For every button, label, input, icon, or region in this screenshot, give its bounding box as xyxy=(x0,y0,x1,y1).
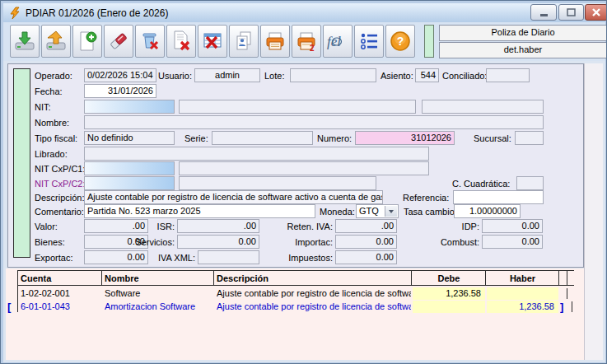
impuestos-field[interactable]: 0.00 xyxy=(335,250,397,264)
descripcion-label: Descripción: xyxy=(35,191,85,204)
print-button[interactable] xyxy=(260,25,290,58)
erase-button[interactable] xyxy=(104,25,133,58)
isr-field[interactable]: .00 xyxy=(177,219,259,233)
help-button[interactable]: ? xyxy=(385,25,415,58)
usuario-label: Usuario: xyxy=(158,69,192,82)
tasa-cambio-label: Tasa cambio: xyxy=(404,205,457,218)
svg-text:2: 2 xyxy=(310,44,315,52)
moneda-value: GTQ xyxy=(359,206,379,216)
trash-delete-icon xyxy=(139,30,161,52)
close-icon xyxy=(590,7,603,18)
asiento-field[interactable]: 544 xyxy=(415,68,439,82)
header-descripcion[interactable]: Descripción xyxy=(217,272,268,285)
erase-icon xyxy=(108,30,129,52)
copy-icon xyxy=(233,30,254,52)
serie-label: Serie: xyxy=(184,132,208,145)
title-bar: PDIAR 01/2026 (Enero de 2026) xyxy=(3,3,605,22)
fecha-label: Fecha: xyxy=(35,85,63,98)
nombre-field[interactable] xyxy=(84,115,544,129)
referencia-label: Referencia: xyxy=(403,191,449,204)
header-debe[interactable]: Debe xyxy=(413,272,485,285)
nit-cxp-c2-name-field[interactable] xyxy=(179,176,376,190)
reten-iva-label: Reten. IVA: xyxy=(265,220,333,233)
close-button[interactable] xyxy=(585,4,607,21)
chevron-down-icon[interactable] xyxy=(385,206,397,217)
nit-extra-field[interactable] xyxy=(422,100,544,114)
usuario-field[interactable]: admin xyxy=(194,68,260,82)
form-status-strip xyxy=(13,68,30,258)
comentario-label: Comentario: xyxy=(35,205,84,218)
nit-field[interactable] xyxy=(84,100,175,114)
maximize-icon xyxy=(565,7,577,18)
svg-text:?: ? xyxy=(397,35,404,48)
combust-label: Combust: xyxy=(412,236,479,249)
moneda-select[interactable]: GTQ xyxy=(356,204,399,218)
header-cuenta[interactable]: Cuenta xyxy=(21,272,51,285)
cell-cuenta: 1-02-02-001 xyxy=(21,287,100,300)
delete-record-button[interactable] xyxy=(135,25,165,58)
print-secondary-button[interactable]: 2 xyxy=(292,25,321,58)
reten-iva-field[interactable]: .00 xyxy=(335,219,397,233)
iva-xml-field[interactable] xyxy=(198,250,259,264)
row-end-tick xyxy=(567,288,567,299)
c-cuadratica-field[interactable] xyxy=(516,176,544,190)
cell-cuenta: 6-01-01-043 xyxy=(21,301,100,313)
cell-descripcion: Ajuste contable por registro de licencia… xyxy=(217,287,411,300)
cell-nombre: Software xyxy=(105,287,212,300)
list-button[interactable] xyxy=(354,25,384,58)
delete-grid-button[interactable] xyxy=(198,25,227,58)
iva-xml-label: IVA XML: xyxy=(128,251,195,264)
sucursal-field[interactable] xyxy=(515,131,544,145)
printer-icon xyxy=(264,30,286,52)
new-document-button[interactable] xyxy=(72,25,102,58)
header-haber[interactable]: Haber xyxy=(487,272,558,285)
lote-field[interactable] xyxy=(290,68,376,82)
nit-name-field[interactable] xyxy=(179,100,416,114)
app-window: PDIAR 01/2026 (Enero de 2026) xyxy=(0,0,607,364)
comentario-field[interactable]: Partida No. 523 marzo 2025 xyxy=(84,204,315,218)
referencia-field[interactable] xyxy=(453,190,544,204)
export-button[interactable] xyxy=(41,25,71,58)
cell-haber: 1,236.58 xyxy=(487,301,558,313)
conciliado-field[interactable] xyxy=(486,68,530,82)
doc-type-box: Poliza de Diario xyxy=(439,25,607,41)
save-icon xyxy=(14,30,35,52)
nit-cxp-c1-field[interactable] xyxy=(84,161,175,175)
fel-button[interactable]: fel xyxy=(323,25,353,58)
numero-field[interactable]: 31012026 xyxy=(355,131,455,145)
moneda-label: Moneda: xyxy=(320,205,355,218)
minimize-button[interactable] xyxy=(530,4,557,21)
fel-logo-icon: fel xyxy=(326,30,349,52)
idp-field[interactable]: 0.00 xyxy=(482,219,543,233)
delete-document-button[interactable] xyxy=(166,25,196,58)
grid-border-left xyxy=(17,270,18,312)
fecha-field[interactable]: 31/01/2026 xyxy=(84,84,156,98)
header-nombre[interactable]: Nombre xyxy=(105,272,139,285)
tipo-fiscal-field[interactable]: No definido xyxy=(84,131,175,145)
column-separator xyxy=(101,270,102,285)
save-button[interactable] xyxy=(10,25,40,58)
descripcion-field[interactable]: Ajuste contable por registro de licencia… xyxy=(84,190,383,204)
nit-cxp-c2-field[interactable] xyxy=(84,176,175,190)
conciliado-label: Conciliado: xyxy=(442,69,487,82)
nit-cxp-c1-name-field[interactable] xyxy=(179,161,429,175)
operado-field[interactable]: 0/02/2026 15:04 xyxy=(84,68,156,82)
copy-records-button[interactable] xyxy=(229,25,259,58)
lightning-icon xyxy=(9,7,21,20)
grid-header-underline xyxy=(17,285,574,286)
librado-label: Librado: xyxy=(35,147,68,161)
serie-field[interactable] xyxy=(212,131,313,145)
maximize-button[interactable] xyxy=(558,4,584,21)
combust-field[interactable]: 0.00 xyxy=(482,235,543,249)
idp-label: IDP: xyxy=(412,220,479,233)
cell-nombre: Amortizacion Software xyxy=(105,301,212,313)
cell-haber xyxy=(487,287,558,300)
importac-field[interactable]: 0.00 xyxy=(335,235,397,249)
toolbar: 2 fel ? Poliza de Diario det.haber xyxy=(3,22,605,61)
scrollbar-track xyxy=(584,63,603,360)
list-icon xyxy=(358,30,380,52)
tasa-cambio-field[interactable]: 1.00000000 xyxy=(454,204,521,218)
nombre-label: Nombre: xyxy=(35,116,69,129)
servicios-field[interactable]: 0.00 xyxy=(177,235,259,249)
librado-field[interactable] xyxy=(84,147,429,161)
